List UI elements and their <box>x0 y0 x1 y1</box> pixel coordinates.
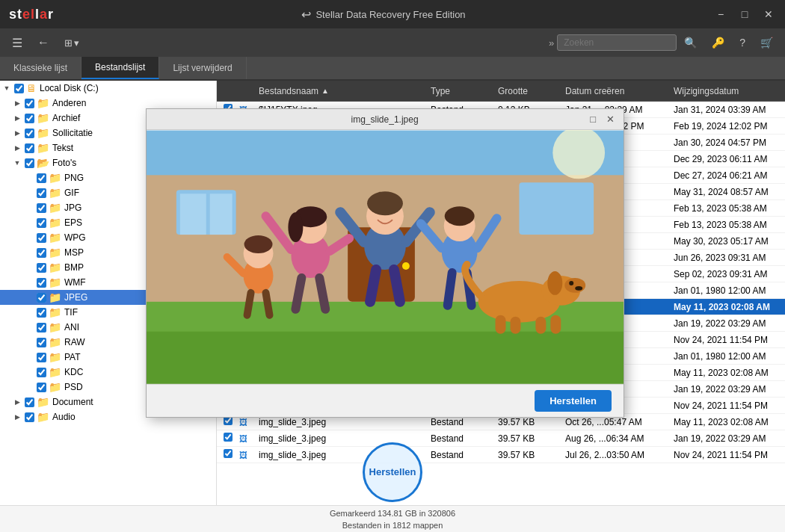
png-checkbox[interactable] <box>37 173 46 183</box>
wmf-folder-icon: 📁 <box>49 276 61 288</box>
modal-controls: □ ✕ <box>587 112 618 126</box>
eps-label: EPS <box>64 217 82 228</box>
search-button[interactable]: 🔍 <box>680 34 701 52</box>
image-preview-modal: img_slide_1.jpeg □ ✕ <box>146 108 624 418</box>
svg-point-34 <box>244 235 273 253</box>
wpg-expand-icon <box>24 232 34 243</box>
raw-expand-icon <box>24 337 34 347</box>
jpg-expand-icon <box>24 202 34 213</box>
header-name[interactable]: Bestandsnaam ▲ <box>254 86 426 96</box>
restore-circle-button[interactable]: Herstellen <box>363 442 422 502</box>
anderen-expand-icon[interactable]: ▶ <box>12 98 22 108</box>
document-expand-icon[interactable]: ▶ <box>12 397 22 407</box>
sollicitatie-label: Sollicitatie <box>52 128 93 138</box>
modal-title: img_slide_1.jpeg <box>182 114 587 125</box>
jpeg-checkbox[interactable] <box>37 293 46 303</box>
root-folder-icon: 🖥 <box>26 82 37 94</box>
restore-bottom: Herstellen <box>363 442 422 502</box>
kdc-folder-icon: 📁 <box>49 366 61 378</box>
header-created-label: Datum creëren <box>565 86 624 96</box>
table-row[interactable]: 🖼 img_slide_3.jpeg Bestand 39.57 KB Aug … <box>217 430 785 447</box>
svg-line-30 <box>448 273 452 306</box>
kdc-checkbox[interactable] <box>37 368 46 377</box>
audio-checkbox[interactable] <box>25 412 34 422</box>
wpg-checkbox[interactable] <box>37 233 46 243</box>
jpg-checkbox[interactable] <box>37 203 46 213</box>
root-expand-icon[interactable]: ▼ <box>1 83 12 93</box>
eps-checkbox[interactable] <box>37 218 46 228</box>
pat-expand-icon <box>24 352 34 362</box>
fotos-checkbox[interactable] <box>25 158 34 168</box>
header-size[interactable]: Grootte <box>493 86 561 96</box>
logo-a: a <box>40 7 48 22</box>
menu-button[interactable]: ☰ <box>7 33 27 53</box>
document-checkbox[interactable] <box>25 398 34 407</box>
svg-point-46 <box>569 281 573 285</box>
svg-rect-6 <box>210 194 233 235</box>
ani-checkbox[interactable] <box>37 323 46 332</box>
archief-checkbox[interactable] <box>25 114 34 123</box>
pat-checkbox[interactable] <box>37 353 46 362</box>
raw-folder-icon: 📁 <box>49 336 61 348</box>
maximize-button[interactable]: □ <box>737 8 752 20</box>
tab-verwijderd[interactable]: Lijst verwijderd <box>159 57 246 79</box>
table-row[interactable]: 🖼 img_slide_3.jpeg Bestand 39.57 KB Jul … <box>217 447 785 463</box>
jpeg-label: JPEG <box>64 292 87 303</box>
header-created[interactable]: Datum creëren <box>561 86 669 96</box>
svg-rect-43 <box>510 317 520 334</box>
ani-expand-icon <box>24 322 34 332</box>
svg-line-15 <box>370 270 376 302</box>
cart-button[interactable]: 🛒 <box>756 34 778 52</box>
tif-expand-icon <box>24 307 34 318</box>
back-button[interactable]: ← <box>33 33 54 52</box>
modal-restore-button[interactable]: Herstellen <box>535 390 612 412</box>
status-line-2: Bestanden in 1812 mappen <box>342 519 443 531</box>
sollicitatie-expand-icon[interactable]: ▶ <box>12 128 22 138</box>
png-folder-icon: 📁 <box>49 172 61 184</box>
audio-label: Audio <box>52 412 76 422</box>
msp-label: MSP <box>64 247 84 258</box>
anderen-label: Anderen <box>52 98 86 108</box>
bmp-checkbox[interactable] <box>37 263 46 273</box>
root-checkbox[interactable] <box>14 84 24 93</box>
anderen-checkbox[interactable] <box>25 99 34 108</box>
tekst-folder-icon: 📁 <box>37 142 49 154</box>
archief-expand-icon[interactable]: ▶ <box>12 113 22 123</box>
kdc-label: KDC <box>64 367 83 377</box>
png-label: PNG <box>64 173 84 183</box>
archief-folder-icon: 📁 <box>37 112 49 124</box>
psd-folder-icon: 📁 <box>49 381 61 393</box>
tekst-checkbox[interactable] <box>25 143 34 153</box>
ani-folder-icon: 📁 <box>49 321 61 333</box>
header-size-label: Grootte <box>498 86 528 96</box>
modal-resize-button[interactable]: □ <box>587 112 599 126</box>
status-bar: Gemarkeerd 134.81 GB in 320806 Bestanden… <box>0 505 785 532</box>
wmf-checkbox[interactable] <box>37 278 46 288</box>
minimize-button[interactable]: − <box>713 8 728 20</box>
help-button[interactable]: ? <box>735 34 750 52</box>
view-grid-button[interactable]: ⊞ ▾ <box>60 34 84 52</box>
fotos-expand-icon[interactable]: ▼ <box>12 158 22 168</box>
key-button[interactable]: 🔑 <box>707 34 729 52</box>
header-type[interactable]: Type <box>426 86 493 96</box>
close-button[interactable]: ✕ <box>761 8 776 20</box>
audio-expand-icon[interactable]: ▶ <box>12 412 22 422</box>
app-logo: stellar <box>9 7 54 22</box>
tab-bestands[interactable]: Bestandslijst <box>81 57 159 79</box>
app-title: Stellar Data Recovery Free Edition <box>315 9 465 20</box>
sollicitatie-folder-icon: 📁 <box>37 127 49 139</box>
search-input[interactable] <box>557 34 677 51</box>
tif-checkbox[interactable] <box>37 308 46 318</box>
tekst-expand-icon[interactable]: ▶ <box>12 143 22 153</box>
gif-checkbox[interactable] <box>37 188 46 198</box>
modal-close-button[interactable]: ✕ <box>603 112 618 126</box>
sollicitatie-checkbox[interactable] <box>25 129 34 138</box>
tree-root[interactable]: ▼ 🖥 Local Disk (C:) <box>0 81 216 96</box>
psd-checkbox[interactable] <box>37 383 46 392</box>
tif-folder-icon: 📁 <box>49 306 61 318</box>
header-modified[interactable]: Wijzigingsdatum <box>669 86 785 96</box>
msp-checkbox[interactable] <box>37 248 46 258</box>
root-label: Local Disk (C:) <box>40 83 99 93</box>
raw-checkbox[interactable] <box>37 338 46 347</box>
tab-klassieke[interactable]: Klassieke lijst <box>0 57 81 79</box>
